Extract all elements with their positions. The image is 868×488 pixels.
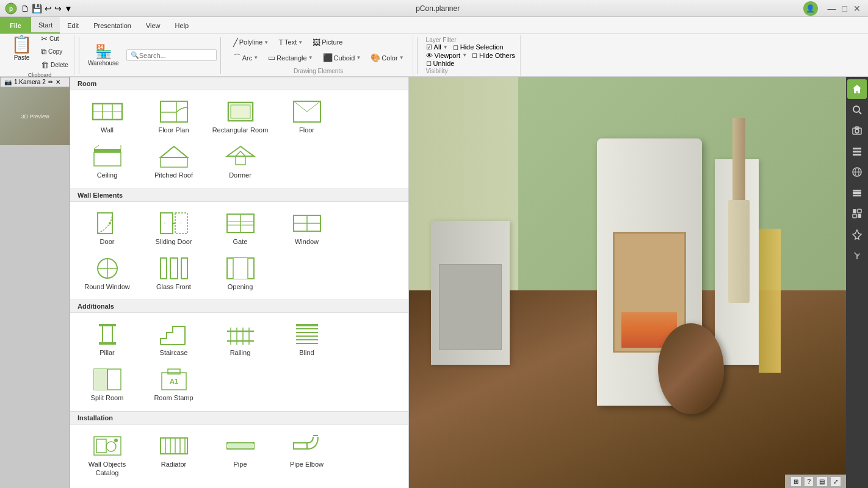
text-button[interactable]: T Text ▼ xyxy=(275,37,306,48)
sidebar-item-railing[interactable]: Railing xyxy=(208,318,272,361)
rt-plant-button[interactable] xyxy=(847,245,867,265)
layer-check-icon: ☑ xyxy=(426,43,432,51)
delete-button[interactable]: 🗑 Delete xyxy=(38,59,71,71)
rt-pin-button[interactable] xyxy=(847,224,867,244)
sidebar-item-pipe[interactable]: Pipe xyxy=(208,429,272,481)
text-dropdown[interactable]: ▼ xyxy=(298,40,303,45)
sidebar-item-wall[interactable]: Wall xyxy=(75,95,139,138)
hide-others-item[interactable]: ◻ Hide Others xyxy=(472,51,515,59)
rt-materials-button[interactable] xyxy=(847,204,867,223)
user-icon[interactable]: 👤 xyxy=(803,1,818,16)
clipboard-group: 📋 Paste ✂ Cut ⧉ Copy 🗑 Delete Clipboard xyxy=(5,35,75,75)
tab-start[interactable]: Start xyxy=(31,17,60,34)
polyline-dropdown[interactable]: ▼ xyxy=(264,40,269,45)
all-layer-item[interactable]: ☑ All ▼ xyxy=(426,43,448,51)
rt-home-button[interactable] xyxy=(847,79,867,99)
rt-list-button[interactable] xyxy=(847,142,867,161)
gate-icon xyxy=(225,210,256,236)
save-icon[interactable]: 💾 xyxy=(32,4,42,13)
sidebar-item-wall-objects-catalog[interactable]: Wall Objects Catalog xyxy=(75,429,139,481)
polyline-label: Polyline xyxy=(239,38,263,46)
sidebar-item-ceiling[interactable]: Ceiling xyxy=(75,140,139,183)
sidebar-item-staircase[interactable]: Staircase xyxy=(142,318,206,361)
grid-button[interactable]: ⊞ xyxy=(790,476,801,487)
paste-button[interactable]: 📋 Paste xyxy=(9,33,35,62)
arc-button[interactable]: ⌒ Arc ▼ xyxy=(230,51,262,65)
sidebar-item-radiator[interactable]: Radiator xyxy=(142,429,206,481)
rt-layers-button[interactable] xyxy=(847,183,867,203)
help-button[interactable]: ? xyxy=(804,476,814,487)
color-dropdown[interactable]: ▼ xyxy=(399,55,404,60)
cuboid-dropdown[interactable]: ▼ xyxy=(356,55,361,60)
sidebar-item-dormer[interactable]: Dormer xyxy=(208,140,272,183)
undo-icon[interactable]: ↩ xyxy=(45,4,52,13)
sidebar-item-pitched-roof[interactable]: Pitched Roof xyxy=(142,140,206,183)
tab-help[interactable]: Help xyxy=(168,17,197,34)
sidebar-item-room-stamp[interactable]: A1 Room Stamp xyxy=(142,363,206,406)
arc-dropdown[interactable]: ▼ xyxy=(253,55,258,60)
sidebar-item-window[interactable]: Window xyxy=(275,207,339,249)
text-icon: T xyxy=(278,38,283,47)
tab-edit[interactable]: Edit xyxy=(60,17,86,34)
sidebar-item-split-room[interactable]: Split Room xyxy=(75,363,139,406)
polyline-button[interactable]: ╱ Polyline ▼ xyxy=(230,37,272,48)
close-camera-icon[interactable]: ✕ xyxy=(56,79,60,85)
sidebar-item-blind[interactable]: Blind xyxy=(275,318,339,361)
layout-button[interactable]: ▤ xyxy=(816,476,828,487)
search-input[interactable] xyxy=(139,52,212,59)
viewport-dropdown[interactable]: ▼ xyxy=(462,52,467,58)
railing-label: Railing xyxy=(230,348,251,357)
all-layer-dropdown[interactable]: ▼ xyxy=(443,45,448,50)
staircase-icon xyxy=(158,321,190,347)
picture-button[interactable]: 🖼 Picture xyxy=(309,37,346,48)
new-icon[interactable]: 🗋 xyxy=(21,4,29,13)
sidebar-item-round-window[interactable]: Round Window xyxy=(75,252,139,295)
sidebar-item-sliding-door[interactable]: ← → Sliding Door xyxy=(142,207,206,249)
staircase-label: Staircase xyxy=(160,348,188,357)
sidebar-item-floor[interactable]: Floor xyxy=(275,95,339,138)
config-icon[interactable]: ▼ xyxy=(64,4,73,13)
rectangle-button[interactable]: ▭ Rectangle ▼ xyxy=(264,52,316,63)
search-bar[interactable]: 🔍 xyxy=(126,49,217,61)
rectangle-dropdown[interactable]: ▼ xyxy=(308,55,313,60)
sidebar-item-rectangular-room[interactable]: Rectangular Room xyxy=(208,95,272,138)
candelabra xyxy=(759,229,781,373)
cut-button[interactable]: ✂ Cut xyxy=(38,33,71,45)
warehouse-button[interactable]: 🏪 Warehouse xyxy=(83,41,124,69)
viewport-item[interactable]: 👁 Viewport ▼ xyxy=(426,52,468,59)
rt-camera-button[interactable] xyxy=(847,121,867,140)
svg-rect-70 xyxy=(96,439,106,453)
sidebar-item-door[interactable]: Door xyxy=(75,207,139,249)
rt-search-button[interactable] xyxy=(847,100,867,120)
sliding-door-label: Sliding Door xyxy=(156,237,192,246)
camera-tab[interactable]: 📷 1.Kamera 2 ✏ ✕ xyxy=(0,77,70,87)
expand-button[interactable]: ⤢ xyxy=(830,476,841,487)
opening-icon xyxy=(225,256,256,281)
minimize-button[interactable]: — xyxy=(825,4,839,13)
close-button[interactable]: ✕ xyxy=(851,4,863,13)
rt-globe-button[interactable] xyxy=(847,162,867,182)
unhide-item[interactable]: ◻ Unhide xyxy=(426,59,455,67)
maximize-button[interactable]: □ xyxy=(840,4,850,13)
sidebar-item-opening[interactable]: Opening xyxy=(208,252,272,295)
file-menu[interactable]: File xyxy=(0,17,31,34)
sidebar-item-pipe-elbow[interactable]: Pipe Elbow xyxy=(275,429,339,481)
cuboid-button[interactable]: ⬛ Cuboid ▼ xyxy=(319,52,365,63)
tab-view[interactable]: View xyxy=(139,17,168,34)
svg-point-71 xyxy=(106,442,116,451)
sidebar-item-pipe-tee[interactable]: Pipe Tee xyxy=(75,483,139,488)
hide-selection-item[interactable]: ◻ Hide Selection xyxy=(453,43,504,51)
tab-presentation[interactable]: Presentation xyxy=(86,17,139,34)
redo-icon[interactable]: ↪ xyxy=(54,4,62,13)
sidebar-item-glass-front[interactable]: Glass Front xyxy=(142,252,206,295)
edit-camera-icon[interactable]: ✏ xyxy=(48,79,53,85)
glass-front-label: Glass Front xyxy=(156,282,191,291)
copy-button[interactable]: ⧉ Copy xyxy=(38,46,71,58)
room-item-grid: Wall Floor Plan xyxy=(70,90,408,188)
sidebar-item-gate[interactable]: Gate xyxy=(208,207,272,249)
color-button[interactable]: 🎨 Color ▼ xyxy=(367,52,407,63)
svg-rect-126 xyxy=(853,214,856,218)
sidebar-item-floor-plan[interactable]: Floor Plan xyxy=(142,95,206,138)
drawing-row-2: ⌒ Arc ▼ ▭ Rectangle ▼ ⬛ Cuboid ▼ 🎨 Color… xyxy=(230,51,408,65)
sidebar-item-pillar[interactable]: Pillar xyxy=(75,318,139,361)
